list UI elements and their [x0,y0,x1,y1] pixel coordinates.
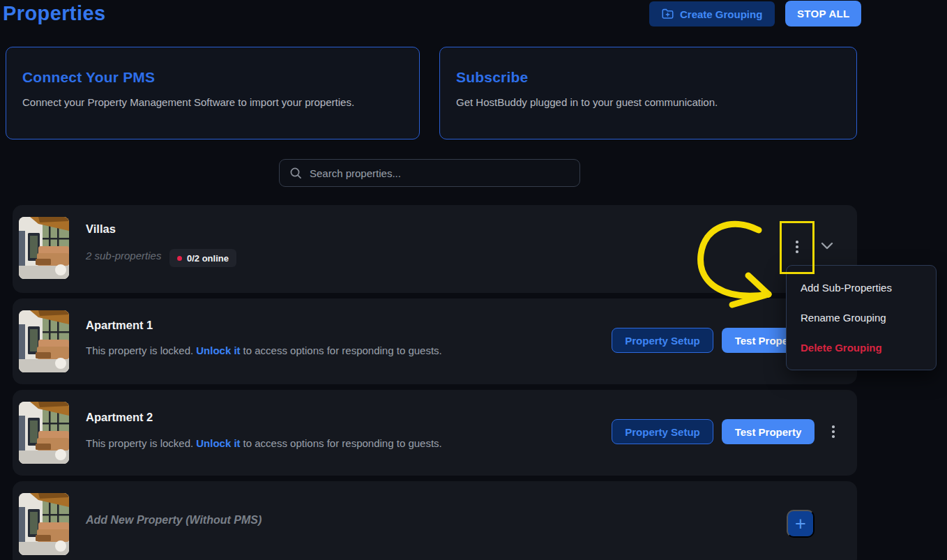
subscribe-card[interactable]: Subscribe Get HostBuddy plugged in to yo… [439,47,857,139]
search-input[interactable] [310,167,570,179]
stop-all-button[interactable]: STOP ALL [785,1,861,27]
locked-message: This property is locked.Unlock itto acce… [86,437,442,449]
search-icon [289,167,302,179]
property-row-apartment2: Apartment 2 This property is locked.Unlo… [13,390,857,476]
property-thumbnail [19,493,69,555]
property-row-apartment1: Apartment 1 This property is locked.Unlo… [13,298,857,384]
menu-item-delete-grouping[interactable]: Delete Grouping [787,333,936,363]
property-setup-button[interactable]: Property Setup [612,328,713,353]
stop-all-label: STOP ALL [797,8,849,20]
property-setup-button[interactable]: Property Setup [612,419,713,444]
locked-suffix: to access options for responding to gues… [243,437,442,449]
menu-item-rename-grouping[interactable]: Rename Grouping [787,303,936,333]
offline-dot-icon [177,256,182,261]
subscribe-description: Get HostBuddy plugged in to your guest c… [456,96,840,108]
folder-plus-icon [662,8,674,20]
menu-item-add-sub-properties[interactable]: Add Sub-Properties [787,273,936,303]
properties-page: Properties Create Grouping STOP ALL Conn… [0,0,947,560]
create-grouping-button[interactable]: Create Grouping [649,1,775,27]
chevron-down-icon[interactable] [819,236,835,255]
grouping-subtitle: 2 sub-properties [86,250,161,262]
locked-prefix: This property is locked. [86,345,193,356]
grouping-context-menu: Add Sub-Properties Rename Grouping Delet… [786,265,937,370]
test-property-button[interactable]: Test Property [722,419,815,444]
page-title: Properties [3,0,105,27]
locked-message: This property is locked.Unlock itto acce… [86,345,442,356]
connect-pms-description: Connect your Property Management Softwar… [22,96,402,108]
subscribe-title: Subscribe [456,69,840,86]
property-kebab-menu-icon[interactable] [825,419,842,444]
grouping-title: Villas [86,222,116,236]
search-bar [279,159,580,187]
locked-prefix: This property is locked. [86,437,193,449]
unlock-link[interactable]: Unlock it [196,437,240,449]
property-title: Apartment 2 [86,411,153,424]
property-row-villas: Villas 2 sub-properties 0/2 online [13,205,857,293]
add-property-row: Add New Property (Without PMS) + [13,481,857,560]
property-thumbnail [19,402,69,464]
unlock-link[interactable]: Unlock it [196,345,240,356]
create-grouping-label: Create Grouping [680,8,762,20]
property-thumbnail [19,310,69,372]
online-status-badge: 0/2 online [169,249,236,267]
connect-pms-title: Connect Your PMS [22,69,402,86]
add-property-button[interactable]: + [787,510,815,538]
online-badge-label: 0/2 online [187,253,229,264]
connect-pms-card[interactable]: Connect Your PMS Connect your Property M… [6,47,420,139]
property-title: Apartment 1 [86,319,153,332]
locked-suffix: to access options for responding to gues… [243,345,442,356]
grouping-kebab-menu-icon[interactable] [789,233,805,261]
property-thumbnail [19,217,69,279]
add-property-label: Add New Property (Without PMS) [86,514,262,527]
